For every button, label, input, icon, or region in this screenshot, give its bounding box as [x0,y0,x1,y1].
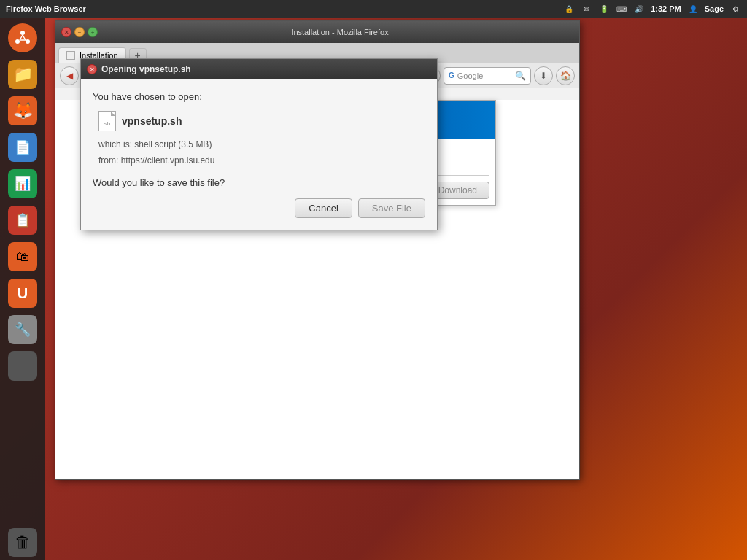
dock-item-firefox[interactable]: 🦊 [5,93,40,128]
dock-item-files[interactable]: 📁 [5,57,40,92]
username: Sage [705,4,724,13]
dock-item-ubuntu-one[interactable]: U [5,276,40,311]
dialog-title: Opening vpnsetup.sh [101,64,191,74]
dialog-filename-row: sh vpnsetup.sh [93,111,425,131]
window-minimize-button[interactable]: − [74,27,85,37]
dock-item-software[interactable]: 🛍 [5,239,40,274]
dock-item-writer[interactable]: 📄 [5,130,40,165]
dialog-open-text: You have chosen to open: [93,91,425,102]
dock-item-ubuntu[interactable] [5,20,40,55]
taskbar: Firefox Web Browser 🔒 ✉ 🔋 ⌨ 🔊 1:32 PM 👤 … [0,0,747,18]
gear-icon: ⚙ [729,3,741,15]
svg-point-1 [20,31,25,35]
dock-item-settings[interactable]: 🔧 [5,312,40,347]
dialog-meta: which is: shell script (3.5 MB) from: ht… [93,137,425,168]
dialog-close-button[interactable]: ✕ [87,64,97,74]
browser-titlebar: ✕ − + Installation - Mozilla Firefox [55,21,579,43]
dialog-whichis: which is: shell script (3.5 MB) [98,137,425,153]
home-button[interactable]: 🏠 [556,66,575,85]
search-logo: G [449,71,454,79]
svg-point-3 [26,39,30,44]
dock-item-impress[interactable]: 📋 [5,203,40,238]
dock: 📁 🦊 📄 📊 📋 🛍 U 🔧 🗑 [0,18,45,560]
battery-icon: 🔋 [598,3,610,15]
file-open-dialog: ✕ Opening vpnsetup.sh You have chosen to… [80,58,438,230]
back-button[interactable]: ◀ [60,66,79,85]
dock-item-trash[interactable]: 🗑 [5,525,40,560]
dialog-from: from: https://client.vpn.lsu.edu [98,153,425,169]
keyboard-icon: ⌨ [616,3,627,15]
window-close-button[interactable]: ✕ [61,27,71,37]
search-placeholder: Google [457,71,512,80]
window-maximize-button[interactable]: + [88,27,98,37]
dialog-buttons: Cancel Save File [93,198,425,218]
svg-point-2 [15,39,20,44]
dialog-question: Would you like to save this file? [93,177,425,188]
network-icon: 🔒 [563,3,575,15]
cancel-button[interactable]: Cancel [295,198,352,218]
volume-icon: 🔊 [633,3,645,15]
tab-favicon [66,51,75,60]
search-bar[interactable]: G Google 🔍 [444,67,531,85]
file-icon-text: sh [104,120,110,127]
file-icon: sh [98,111,116,131]
user-icon: 👤 [687,3,699,15]
dialog-body: You have chosen to open: sh vpnsetup.sh … [81,79,437,230]
save-file-button[interactable]: Save File [358,198,425,218]
clock: 1:32 PM [651,4,681,13]
search-icon[interactable]: 🔍 [515,71,526,81]
dock-item-workspaces[interactable] [5,349,40,384]
download-nav-button[interactable]: ⬇ [534,66,553,85]
mail-icon: ✉ [581,3,592,15]
taskbar-title: Firefox Web Browser [6,4,86,13]
browser-title: Installation - Mozilla Firefox [107,28,573,36]
dialog-titlebar: ✕ Opening vpnsetup.sh [81,59,437,79]
dialog-filename: vpnsetup.sh [122,115,182,127]
dock-item-calc[interactable]: 📊 [5,166,40,201]
taskbar-right: 🔒 ✉ 🔋 ⌨ 🔊 1:32 PM 👤 Sage ⚙ [563,3,741,15]
